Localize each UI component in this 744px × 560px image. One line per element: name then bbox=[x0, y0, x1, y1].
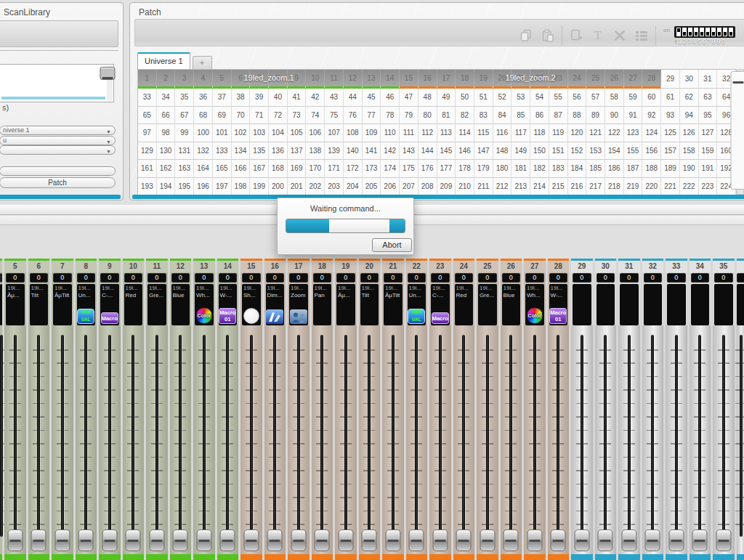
patch-cell-2[interactable]: 2 bbox=[157, 70, 176, 89]
fader-thumb[interactable] bbox=[173, 529, 188, 551]
patch-cell-45[interactable]: 45 bbox=[363, 89, 381, 107]
patch-cell-111[interactable]: 111 bbox=[400, 124, 418, 142]
channel-label-box[interactable]: 19l...Red bbox=[455, 284, 474, 325]
patch-cell-207[interactable]: 207 bbox=[400, 178, 418, 196]
patch-cell-187[interactable]: 187 bbox=[624, 160, 643, 178]
patch-cell-105[interactable]: 105 bbox=[288, 124, 307, 142]
fader-track[interactable] bbox=[557, 335, 559, 537]
patch-cell-108[interactable]: 108 bbox=[344, 124, 363, 142]
patch-cell-178[interactable]: 178 bbox=[456, 160, 474, 178]
fader-thumb[interactable] bbox=[504, 529, 519, 551]
channel-number[interactable]: 30 bbox=[595, 261, 617, 272]
patch-cell-200[interactable]: 200 bbox=[269, 178, 288, 196]
fader-track[interactable] bbox=[344, 335, 347, 537]
fader-track[interactable] bbox=[250, 335, 253, 537]
channel-label-box[interactable]: 19l...Âµ... bbox=[336, 284, 355, 325]
channel-number[interactable]: 18 bbox=[312, 261, 333, 272]
fader-thumb[interactable] bbox=[385, 529, 400, 551]
patch-cell-132[interactable]: 132 bbox=[194, 142, 213, 161]
patch-cell-129[interactable]: 129 bbox=[138, 142, 157, 161]
patch-cell-63[interactable]: 63 bbox=[699, 89, 718, 107]
grid-scrollbar-thumb[interactable] bbox=[731, 71, 744, 190]
patch-cell-138[interactable]: 138 bbox=[306, 142, 325, 161]
patch-cell-189[interactable]: 189 bbox=[661, 160, 680, 178]
patch-cell-173[interactable]: 173 bbox=[363, 160, 381, 178]
patch-cell-179[interactable]: 179 bbox=[474, 160, 493, 178]
fader-thumb[interactable] bbox=[621, 529, 636, 551]
channel-number[interactable]: 22 bbox=[406, 261, 428, 272]
duplicate-icon[interactable] bbox=[568, 28, 584, 44]
channel-number[interactable]: 6 bbox=[28, 261, 50, 272]
patch-cell-88[interactable]: 88 bbox=[568, 107, 587, 125]
channel-label-box[interactable] bbox=[737, 284, 744, 325]
patch-cell-205[interactable]: 205 bbox=[363, 178, 381, 196]
patch-cell-182[interactable]: 182 bbox=[530, 160, 549, 178]
fader-thumb[interactable] bbox=[315, 529, 330, 551]
patch-cell-220[interactable]: 220 bbox=[642, 178, 661, 196]
patch-cell-24[interactable]: 24 bbox=[568, 70, 587, 89]
patch-cell-39[interactable]: 39 bbox=[250, 89, 269, 107]
patch-cell-71[interactable]: 71 bbox=[250, 107, 269, 125]
patch-cell-221[interactable]: 221 bbox=[661, 178, 680, 196]
patch-cell-184[interactable]: 184 bbox=[568, 160, 587, 178]
patch-cell-87[interactable]: 87 bbox=[549, 107, 568, 125]
fader-track[interactable] bbox=[320, 335, 323, 537]
patch-cell-150[interactable]: 150 bbox=[530, 142, 549, 161]
fader-track[interactable] bbox=[581, 335, 583, 537]
channel-label-box[interactable]: 19l...Wh...Color bbox=[525, 284, 544, 325]
patch-cell-75[interactable]: 75 bbox=[325, 107, 344, 125]
channel-number[interactable]: 8 bbox=[76, 261, 97, 272]
patch-cell-215[interactable]: 215 bbox=[549, 178, 568, 196]
patch-cell-143[interactable]: 143 bbox=[400, 142, 418, 161]
channel-number[interactable]: 9 bbox=[99, 261, 121, 272]
patch-cell-140[interactable]: 140 bbox=[344, 142, 363, 161]
patch-cell-121[interactable]: 121 bbox=[586, 124, 605, 142]
patch-cell-35[interactable]: 35 bbox=[175, 89, 194, 107]
patch-cell-33[interactable]: 33 bbox=[138, 89, 157, 107]
channel-number[interactable]: 28 bbox=[548, 261, 570, 272]
patch-cell-31[interactable]: 31 bbox=[699, 70, 718, 89]
patch-cell-199[interactable]: 199 bbox=[250, 178, 269, 196]
patch-cell-61[interactable]: 61 bbox=[661, 89, 680, 107]
channel-number[interactable]: 12 bbox=[170, 261, 192, 272]
fader-track[interactable] bbox=[132, 335, 134, 537]
patch-cell-119[interactable]: 119 bbox=[549, 124, 568, 142]
patch-cell-85[interactable]: 85 bbox=[512, 107, 530, 125]
fader-thumb[interactable] bbox=[409, 529, 424, 551]
patch-cell-166[interactable]: 166 bbox=[232, 160, 251, 178]
fader-thumb[interactable] bbox=[78, 529, 94, 551]
patch-cell-147[interactable]: 147 bbox=[474, 142, 493, 161]
channel-number[interactable]: 10 bbox=[123, 261, 145, 272]
fader-thumb[interactable] bbox=[7, 529, 23, 551]
patch-cell-3[interactable]: 3 bbox=[175, 70, 194, 89]
dip-switch-6[interactable] bbox=[705, 28, 710, 36]
patch-cell-34[interactable]: 34 bbox=[157, 89, 176, 107]
patch-cell-6[interactable]: 6 bbox=[232, 70, 251, 89]
channel-label-box[interactable]: 19l...C-...Macro bbox=[100, 284, 119, 325]
patch-cell-49[interactable]: 49 bbox=[437, 89, 456, 107]
patch-cell-38[interactable]: 38 bbox=[232, 89, 251, 107]
patch-cell-159[interactable]: 159 bbox=[699, 142, 718, 161]
fader-thumb[interactable] bbox=[338, 529, 353, 551]
patch-cell-117[interactable]: 117 bbox=[512, 124, 530, 142]
patch-cell-194[interactable]: 194 bbox=[157, 178, 176, 196]
fader-thumb[interactable] bbox=[668, 529, 684, 551]
patch-cell-26[interactable]: 26 bbox=[605, 70, 624, 89]
patch-cell-60[interactable]: 60 bbox=[642, 89, 661, 107]
patch-cell-152[interactable]: 152 bbox=[568, 142, 587, 161]
channel-number[interactable]: 33 bbox=[666, 261, 687, 272]
patch-cell-106[interactable]: 106 bbox=[306, 124, 325, 142]
fader-thumb[interactable] bbox=[220, 529, 235, 551]
channel-number[interactable]: 23 bbox=[429, 261, 451, 272]
patch-cell-90[interactable]: 90 bbox=[605, 107, 624, 125]
fader-track[interactable] bbox=[486, 335, 489, 537]
patch-cell-167[interactable]: 167 bbox=[250, 160, 269, 178]
patch-cell-52[interactable]: 52 bbox=[493, 89, 512, 107]
wide-field[interactable] bbox=[0, 166, 116, 176]
channel-number[interactable] bbox=[0, 261, 2, 272]
list-view-icon[interactable] bbox=[634, 28, 650, 44]
fader-thumb[interactable] bbox=[126, 529, 141, 551]
fader-track[interactable] bbox=[604, 335, 607, 537]
patch-cell-203[interactable]: 203 bbox=[325, 178, 344, 196]
channel-number[interactable]: 15 bbox=[240, 261, 262, 272]
